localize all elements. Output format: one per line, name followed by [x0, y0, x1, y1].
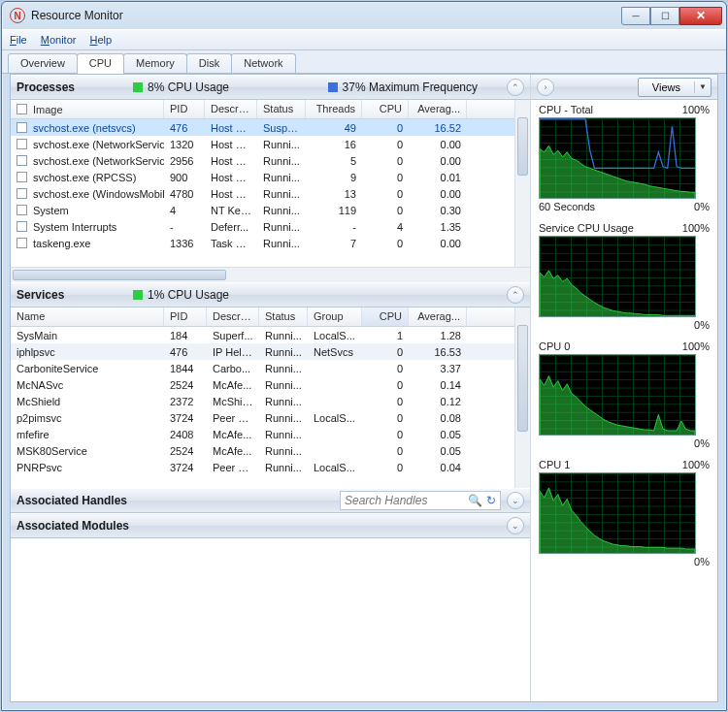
chart-block: CPU - Total100% 60 Seconds0%: [531, 100, 717, 218]
refresh-icon[interactable]: ↻: [486, 494, 496, 507]
row-checkbox[interactable]: [17, 205, 27, 215]
chart-title: Service CPU Usage: [539, 222, 634, 234]
collapse-processes-icon[interactable]: ⌃: [507, 79, 524, 96]
blue-square-icon: [328, 82, 338, 92]
services-columns[interactable]: Name PID Descrip... Status Group CPU Ave…: [11, 307, 530, 327]
right-pane: › Views▼ CPU - Total100% 60 Seconds0%Ser…: [531, 75, 717, 701]
table-row[interactable]: PNRPsvc3724Peer N... Runni...LocalS...00…: [11, 459, 530, 475]
processes-title: Processes: [17, 81, 133, 94]
handles-title: Associated Handles: [17, 494, 133, 507]
tab-overview[interactable]: Overview: [8, 53, 78, 73]
processes-columns[interactable]: Image PID Descrip... Status Threads CPU …: [11, 100, 530, 119]
chart-max: 100%: [682, 340, 710, 352]
cpu-usage-stat: 8% CPU Usage: [133, 81, 229, 94]
chart-footer-right: 0%: [694, 437, 710, 449]
table-row[interactable]: taskeng.exe 1336Task Sc...Runni... 700.0…: [11, 235, 530, 251]
chart-block: CPU 1100% 0%: [531, 455, 717, 573]
scrollbar-thumb[interactable]: [517, 325, 528, 432]
scrollbar-thumb[interactable]: [13, 270, 226, 280]
processes-scrollbar[interactable]: [514, 100, 530, 267]
search-handles-input[interactable]: Search Handles 🔍 ↻: [340, 491, 501, 510]
chart-title: CPU - Total: [539, 104, 593, 115]
views-button[interactable]: Views▼: [638, 78, 711, 97]
processes-grid: Image PID Descrip... Status Threads CPU …: [11, 100, 530, 267]
table-row[interactable]: svchost.exe (netsvcs) 476Host Pr...Suspe…: [11, 119, 530, 136]
table-row[interactable]: p2pimsvc3724Peer N... Runni...LocalS...0…: [11, 409, 530, 426]
minimize-button[interactable]: ─: [621, 7, 650, 25]
chart-title: CPU 1: [539, 459, 570, 470]
table-row[interactable]: CarboniteService1844Carbo... Runni...03.…: [11, 360, 530, 376]
close-button[interactable]: ✕: [679, 7, 722, 25]
table-row[interactable]: MSK80Service2524McAfe... Runni...00.05: [11, 442, 530, 459]
select-all-checkbox[interactable]: [17, 104, 27, 114]
titlebar[interactable]: N Resource Monitor ─ ☐ ✕: [2, 2, 726, 29]
row-checkbox[interactable]: [17, 221, 27, 232]
row-checkbox[interactable]: [17, 139, 27, 149]
menu-file[interactable]: File: [10, 34, 27, 46]
left-pane: Processes 8% CPU Usage 37% Maximum Frequ…: [11, 75, 531, 701]
table-row[interactable]: McShield2372McShie... Runni...00.12: [11, 393, 530, 409]
chart-max: 100%: [682, 222, 710, 234]
green-square-icon: [133, 82, 143, 92]
collapse-services-icon[interactable]: ⌃: [507, 286, 524, 304]
chart-title: CPU 0: [539, 340, 570, 352]
modules-title: Associated Modules: [17, 519, 133, 533]
tab-memory[interactable]: Memory: [123, 53, 187, 73]
modules-header[interactable]: Associated Modules ⌄: [11, 513, 530, 538]
maximize-button[interactable]: ☐: [650, 7, 679, 25]
table-row[interactable]: System Interrupts -Deferr...Runni... -41…: [11, 218, 530, 235]
processes-hscroll[interactable]: [11, 267, 530, 282]
table-row[interactable]: McNASvc2524McAfe... Runni...00.14: [11, 376, 530, 393]
tab-disk[interactable]: Disk: [186, 53, 232, 73]
table-row[interactable]: svchost.exe (RPCSS) 900Host Pr...Runni..…: [11, 169, 530, 185]
table-row[interactable]: svchost.exe (NetworkService) 1320Host Pr…: [11, 136, 530, 152]
services-title: Services: [17, 288, 133, 302]
chart-canvas: [539, 117, 696, 199]
services-grid: Name PID Descrip... Status Group CPU Ave…: [11, 307, 530, 488]
handles-header[interactable]: Associated Handles Search Handles 🔍 ↻ ⌄: [11, 488, 530, 513]
collapse-right-icon[interactable]: ›: [537, 79, 554, 96]
services-scrollbar[interactable]: [514, 307, 530, 488]
empty-area: [11, 538, 530, 701]
svg-marker-0: [540, 146, 695, 199]
chart-footer-right: 0%: [694, 201, 710, 212]
processes-header[interactable]: Processes 8% CPU Usage 37% Maximum Frequ…: [11, 75, 530, 100]
svg-marker-2: [540, 376, 695, 436]
table-row[interactable]: System 4NT Ker...Runni... 11900.30: [11, 202, 530, 218]
search-icon[interactable]: 🔍: [468, 494, 482, 507]
chevron-down-icon: ▼: [695, 82, 711, 91]
menu-help[interactable]: Help: [89, 34, 112, 46]
row-checkbox[interactable]: [17, 238, 27, 248]
tab-cpu[interactable]: CPU: [77, 53, 124, 74]
chart-footer-right: 0%: [694, 556, 710, 567]
row-checkbox[interactable]: [17, 172, 27, 182]
scrollbar-thumb[interactable]: [517, 117, 528, 176]
expand-handles-icon[interactable]: ⌄: [507, 492, 524, 509]
app-icon: N: [10, 8, 25, 23]
green-square-icon: [133, 290, 143, 300]
chart-block: Service CPU Usage100% 0%: [531, 218, 717, 337]
table-row[interactable]: SysMain184Superf... Runni...LocalS...11.…: [11, 327, 530, 343]
chart-canvas: [539, 354, 696, 436]
services-header[interactable]: Services 1% CPU Usage ⌃: [11, 282, 530, 307]
chart-block: CPU 0100% 0%: [531, 337, 717, 455]
search-placeholder: Search Handles: [345, 494, 464, 507]
right-pane-header: › Views▼: [531, 75, 717, 100]
chart-max: 100%: [682, 459, 710, 470]
table-row[interactable]: mfefire2408McAfe... Runni...00.05: [11, 426, 530, 442]
chart-canvas: [539, 236, 696, 317]
expand-modules-icon[interactable]: ⌄: [507, 517, 524, 534]
svg-marker-1: [540, 271, 695, 317]
content-area: Processes 8% CPU Usage 37% Maximum Frequ…: [10, 74, 718, 702]
row-checkbox[interactable]: [17, 188, 27, 199]
table-row[interactable]: svchost.exe (NetworkService... 2956Host …: [11, 152, 530, 169]
table-row[interactable]: iphlpsvc476IP Helper Runni...NetSvcs016.…: [11, 343, 530, 360]
tab-network[interactable]: Network: [231, 53, 295, 73]
services-cpu-stat: 1% CPU Usage: [133, 288, 229, 302]
row-checkbox[interactable]: [17, 155, 27, 166]
row-checkbox[interactable]: [17, 122, 27, 133]
svg-marker-3: [540, 488, 695, 554]
menu-monitor[interactable]: Monitor: [41, 34, 77, 46]
app-window: N Resource Monitor ─ ☐ ✕ File Monitor He…: [1, 1, 727, 711]
table-row[interactable]: svchost.exe (WindowsMobile) 4780Host Pr.…: [11, 185, 530, 202]
